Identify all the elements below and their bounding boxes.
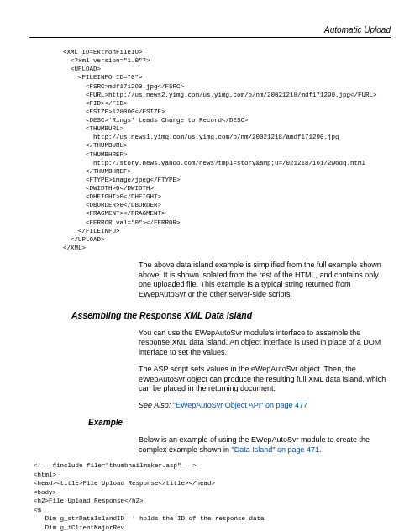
paragraph-2: You can use the EWepAutoSvr module's int… bbox=[139, 329, 391, 358]
asp-code-block: <!-- #include file="thumbnailmaker.asp" … bbox=[34, 461, 391, 532]
xml-code-block: <XML ID=EktronFileIO> <?xml version="1.0… bbox=[63, 48, 391, 252]
page-header: Automatic Upload bbox=[29, 25, 391, 38]
heading-assembling: Assembling the Response XML Data Island bbox=[71, 310, 391, 320]
header-title: Automatic Upload bbox=[324, 25, 391, 34]
paragraph-4: Below is an example of using the EWepAut… bbox=[139, 435, 391, 455]
see-also-line: See Also: "EWepAutoSvr Object API" on pa… bbox=[139, 401, 391, 409]
heading-example: Example bbox=[88, 418, 391, 427]
paragraph-3: The ASP script sets values in the eWepAu… bbox=[139, 365, 391, 394]
para4-link[interactable]: "Data Island" on page 471 bbox=[232, 445, 319, 454]
paragraph-1: The above data island example is simplif… bbox=[139, 261, 391, 300]
see-also-link[interactable]: "EWepAutoSvr Object API" on page 477 bbox=[173, 401, 307, 409]
para4-posttext: . bbox=[319, 445, 322, 454]
see-also-label: See Also: bbox=[139, 401, 173, 409]
